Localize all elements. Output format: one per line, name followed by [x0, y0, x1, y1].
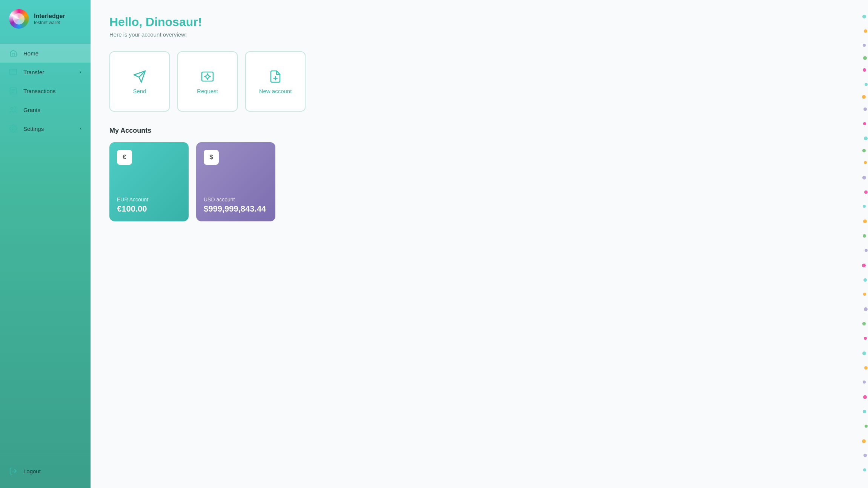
- new-account-button[interactable]: New account: [245, 51, 306, 112]
- usd-account-info: USD account $999,999,843.44: [204, 196, 268, 214]
- svg-rect-0: [10, 69, 17, 75]
- sidebar-nav: Home Transfer ‹ Transactions: [0, 40, 91, 454]
- usd-currency-badge: $: [204, 150, 219, 165]
- send-button[interactable]: Send: [109, 51, 170, 112]
- sidebar-item-settings[interactable]: Settings ‹: [0, 119, 91, 138]
- eur-currency-badge: €: [117, 150, 132, 165]
- accounts-grid: € EUR Account €100.00 $ USD account $999…: [109, 142, 849, 221]
- accounts-section-title: My Accounts: [109, 127, 849, 135]
- logout-section: Logout: [0, 454, 91, 488]
- sidebar-item-home-label: Home: [23, 50, 38, 57]
- new-account-label: New account: [259, 88, 292, 94]
- sidebar: Interledger testnet wallet Home Tran: [0, 0, 91, 488]
- send-icon: [132, 69, 147, 84]
- send-label: Send: [133, 88, 146, 94]
- request-icon: [200, 69, 215, 84]
- sidebar-item-transfer[interactable]: Transfer ‹: [0, 63, 91, 81]
- logout-icon: [9, 467, 17, 475]
- settings-icon: [9, 124, 17, 133]
- action-cards: Send Request Ne: [109, 51, 849, 112]
- eur-account-card[interactable]: € EUR Account €100.00: [109, 142, 189, 221]
- usd-account-name: USD account: [204, 196, 268, 203]
- svg-point-2: [11, 107, 13, 110]
- svg-point-3: [12, 127, 14, 130]
- logout-label: Logout: [23, 468, 41, 474]
- sidebar-item-transactions-label: Transactions: [23, 88, 55, 94]
- app-subtitle: testnet wallet: [34, 20, 65, 25]
- main-content: Hello, Dinosaur! Here is your account ov…: [91, 0, 868, 488]
- sidebar-item-home[interactable]: Home: [0, 44, 91, 63]
- transfer-chevron-icon: ‹: [80, 69, 81, 75]
- transfer-icon: [9, 68, 17, 76]
- request-button[interactable]: Request: [177, 51, 238, 112]
- page-subtitle: Here is your account overview!: [109, 31, 849, 38]
- home-icon: [9, 49, 17, 57]
- page-greeting: Hello, Dinosaur!: [109, 15, 849, 29]
- sidebar-item-settings-label: Settings: [23, 126, 44, 132]
- usd-account-card[interactable]: $ USD account $999,999,843.44: [196, 142, 275, 221]
- grants-icon: [9, 106, 17, 114]
- eur-account-name: EUR Account: [117, 196, 181, 203]
- transactions-icon: [9, 87, 17, 95]
- sidebar-item-grants-label: Grants: [23, 107, 40, 113]
- eur-account-info: EUR Account €100.00: [117, 196, 181, 214]
- sidebar-item-grants[interactable]: Grants: [0, 100, 91, 119]
- sidebar-item-transactions[interactable]: Transactions: [0, 81, 91, 100]
- eur-account-balance: €100.00: [117, 204, 181, 214]
- logo-text: Interledger testnet wallet: [34, 12, 65, 25]
- usd-account-balance: $999,999,843.44: [204, 204, 268, 214]
- app-name: Interledger: [34, 12, 65, 20]
- logo-area: Interledger testnet wallet: [0, 0, 91, 40]
- logo-icon: [9, 9, 29, 29]
- new-account-icon: [268, 69, 283, 84]
- request-label: Request: [197, 88, 218, 94]
- logout-button[interactable]: Logout: [0, 462, 91, 480]
- sidebar-item-transfer-label: Transfer: [23, 69, 44, 75]
- settings-chevron-icon: ‹: [80, 126, 81, 131]
